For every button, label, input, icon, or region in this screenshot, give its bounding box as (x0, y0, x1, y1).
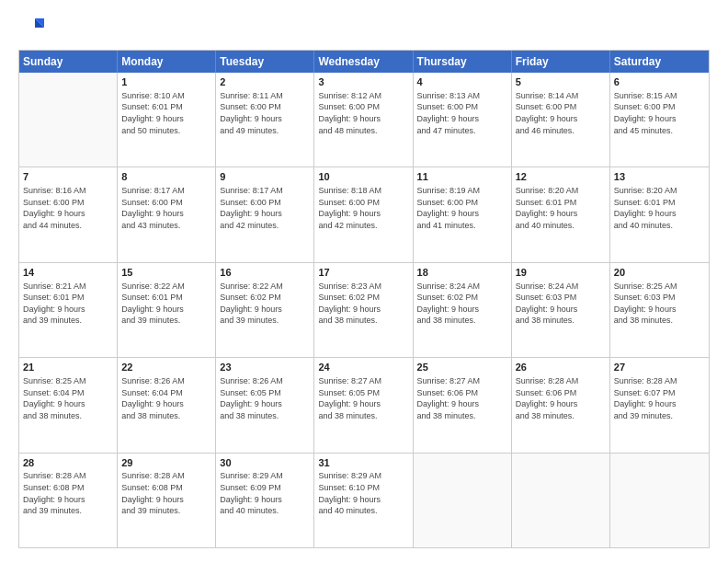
header-day-sunday: Sunday (19, 51, 118, 73)
day-number: 17 (318, 266, 408, 280)
calendar: SundayMondayTuesdayWednesdayThursdayFrid… (18, 50, 710, 548)
calendar-empty-cell (610, 454, 709, 547)
day-info: Sunrise: 8:15 AMSunset: 6:00 PMDaylight:… (614, 90, 705, 136)
calendar-day-11: 11Sunrise: 8:19 AMSunset: 6:00 PMDayligh… (414, 167, 512, 261)
calendar-day-21: 21Sunrise: 8:25 AMSunset: 6:04 PMDayligh… (19, 358, 118, 452)
calendar-day-26: 26Sunrise: 8:28 AMSunset: 6:06 PMDayligh… (512, 358, 610, 452)
day-info: Sunrise: 8:13 AMSunset: 6:00 PMDaylight:… (417, 90, 507, 136)
day-info: Sunrise: 8:12 AMSunset: 6:00 PMDaylight:… (318, 90, 408, 136)
calendar-empty-cell (19, 73, 118, 167)
calendar-week-5: 28Sunrise: 8:28 AMSunset: 6:08 PMDayligh… (19, 453, 709, 547)
day-info: Sunrise: 8:27 AMSunset: 6:06 PMDaylight:… (417, 375, 507, 421)
calendar-day-4: 4Sunrise: 8:13 AMSunset: 6:00 PMDaylight… (414, 73, 512, 167)
calendar-day-30: 30Sunrise: 8:29 AMSunset: 6:09 PMDayligh… (216, 454, 314, 547)
calendar-day-31: 31Sunrise: 8:29 AMSunset: 6:10 PMDayligh… (314, 454, 413, 547)
day-info: Sunrise: 8:22 AMSunset: 6:01 PMDaylight:… (121, 281, 211, 327)
day-info: Sunrise: 8:29 AMSunset: 6:10 PMDaylight:… (318, 470, 408, 516)
day-info: Sunrise: 8:19 AMSunset: 6:00 PMDaylight:… (417, 185, 507, 231)
day-number: 31 (318, 456, 408, 470)
calendar-day-1: 1Sunrise: 8:10 AMSunset: 6:01 PMDaylight… (118, 73, 216, 167)
calendar-day-17: 17Sunrise: 8:23 AMSunset: 6:02 PMDayligh… (314, 263, 413, 357)
day-number: 15 (121, 266, 211, 280)
day-info: Sunrise: 8:14 AMSunset: 6:00 PMDaylight:… (516, 90, 606, 136)
day-info: Sunrise: 8:16 AMSunset: 6:00 PMDaylight:… (23, 185, 113, 231)
day-number: 7 (23, 170, 113, 184)
calendar-week-2: 7Sunrise: 8:16 AMSunset: 6:00 PMDaylight… (19, 167, 709, 261)
calendar-day-23: 23Sunrise: 8:26 AMSunset: 6:05 PMDayligh… (216, 358, 314, 452)
day-number: 23 (220, 361, 310, 374)
day-info: Sunrise: 8:26 AMSunset: 6:04 PMDaylight:… (121, 375, 211, 421)
day-info: Sunrise: 8:27 AMSunset: 6:05 PMDaylight:… (318, 375, 408, 421)
header (18, 15, 710, 40)
calendar-week-1: 1Sunrise: 8:10 AMSunset: 6:01 PMDaylight… (19, 73, 709, 167)
calendar-empty-cell (512, 454, 610, 547)
day-info: Sunrise: 8:18 AMSunset: 6:00 PMDaylight:… (318, 185, 408, 231)
day-number: 21 (23, 361, 113, 374)
day-info: Sunrise: 8:21 AMSunset: 6:01 PMDaylight:… (23, 281, 113, 327)
header-day-wednesday: Wednesday (314, 51, 413, 73)
calendar-body: 1Sunrise: 8:10 AMSunset: 6:01 PMDaylight… (19, 73, 709, 547)
day-number: 14 (23, 266, 113, 280)
day-number: 10 (318, 170, 408, 184)
calendar-day-28: 28Sunrise: 8:28 AMSunset: 6:08 PMDayligh… (19, 454, 118, 547)
calendar-day-15: 15Sunrise: 8:22 AMSunset: 6:01 PMDayligh… (118, 263, 216, 357)
calendar-day-9: 9Sunrise: 8:17 AMSunset: 6:00 PMDaylight… (216, 167, 314, 261)
calendar-day-8: 8Sunrise: 8:17 AMSunset: 6:00 PMDaylight… (118, 167, 216, 261)
day-info: Sunrise: 8:28 AMSunset: 6:06 PMDaylight:… (516, 375, 606, 421)
day-number: 29 (121, 456, 211, 470)
day-info: Sunrise: 8:20 AMSunset: 6:01 PMDaylight:… (614, 185, 705, 231)
day-number: 24 (318, 361, 408, 374)
header-day-tuesday: Tuesday (216, 51, 314, 73)
calendar-day-25: 25Sunrise: 8:27 AMSunset: 6:06 PMDayligh… (414, 358, 512, 452)
calendar-week-4: 21Sunrise: 8:25 AMSunset: 6:04 PMDayligh… (19, 357, 709, 452)
calendar-day-24: 24Sunrise: 8:27 AMSunset: 6:05 PMDayligh… (314, 358, 413, 452)
day-number: 5 (516, 75, 606, 89)
calendar-day-12: 12Sunrise: 8:20 AMSunset: 6:01 PMDayligh… (512, 167, 610, 261)
day-number: 13 (614, 170, 705, 184)
calendar-week-3: 14Sunrise: 8:21 AMSunset: 6:01 PMDayligh… (19, 262, 709, 357)
day-number: 9 (220, 170, 310, 184)
calendar-day-7: 7Sunrise: 8:16 AMSunset: 6:00 PMDaylight… (19, 167, 118, 261)
calendar-empty-cell (414, 454, 512, 547)
day-number: 4 (417, 75, 507, 89)
day-number: 26 (516, 361, 606, 374)
day-info: Sunrise: 8:28 AMSunset: 6:08 PMDaylight:… (23, 470, 113, 516)
day-number: 28 (23, 456, 113, 470)
day-info: Sunrise: 8:20 AMSunset: 6:01 PMDaylight:… (516, 185, 606, 231)
day-info: Sunrise: 8:24 AMSunset: 6:02 PMDaylight:… (417, 281, 507, 327)
calendar-day-16: 16Sunrise: 8:22 AMSunset: 6:02 PMDayligh… (216, 263, 314, 357)
calendar-day-27: 27Sunrise: 8:28 AMSunset: 6:07 PMDayligh… (610, 358, 709, 452)
calendar-header: SundayMondayTuesdayWednesdayThursdayFrid… (19, 51, 709, 73)
calendar-day-22: 22Sunrise: 8:26 AMSunset: 6:04 PMDayligh… (118, 358, 216, 452)
day-info: Sunrise: 8:22 AMSunset: 6:02 PMDaylight:… (220, 281, 310, 327)
day-number: 22 (121, 361, 211, 374)
day-info: Sunrise: 8:23 AMSunset: 6:02 PMDaylight:… (318, 281, 408, 327)
header-day-monday: Monday (118, 51, 216, 73)
day-number: 18 (417, 266, 507, 280)
calendar-day-5: 5Sunrise: 8:14 AMSunset: 6:00 PMDaylight… (512, 73, 610, 167)
day-number: 30 (220, 456, 310, 470)
day-info: Sunrise: 8:24 AMSunset: 6:03 PMDaylight:… (516, 281, 606, 327)
header-day-saturday: Saturday (610, 51, 709, 73)
day-number: 27 (614, 361, 705, 374)
day-number: 6 (614, 75, 705, 89)
calendar-day-13: 13Sunrise: 8:20 AMSunset: 6:01 PMDayligh… (610, 167, 709, 261)
calendar-day-6: 6Sunrise: 8:15 AMSunset: 6:00 PMDaylight… (610, 73, 709, 167)
calendar-day-18: 18Sunrise: 8:24 AMSunset: 6:02 PMDayligh… (414, 263, 512, 357)
day-info: Sunrise: 8:17 AMSunset: 6:00 PMDaylight:… (121, 185, 211, 231)
day-number: 2 (220, 75, 310, 89)
day-info: Sunrise: 8:25 AMSunset: 6:04 PMDaylight:… (23, 375, 113, 421)
day-info: Sunrise: 8:28 AMSunset: 6:07 PMDaylight:… (614, 375, 705, 421)
day-info: Sunrise: 8:28 AMSunset: 6:08 PMDaylight:… (121, 470, 211, 516)
day-number: 11 (417, 170, 507, 184)
calendar-day-10: 10Sunrise: 8:18 AMSunset: 6:00 PMDayligh… (314, 167, 413, 261)
logo (18, 15, 48, 40)
header-day-friday: Friday (512, 51, 610, 73)
day-info: Sunrise: 8:11 AMSunset: 6:00 PMDaylight:… (220, 90, 310, 136)
calendar-day-3: 3Sunrise: 8:12 AMSunset: 6:00 PMDaylight… (314, 73, 413, 167)
day-info: Sunrise: 8:26 AMSunset: 6:05 PMDaylight:… (220, 375, 310, 421)
day-number: 19 (516, 266, 606, 280)
day-info: Sunrise: 8:25 AMSunset: 6:03 PMDaylight:… (614, 281, 705, 327)
day-info: Sunrise: 8:17 AMSunset: 6:00 PMDaylight:… (220, 185, 310, 231)
day-number: 16 (220, 266, 310, 280)
